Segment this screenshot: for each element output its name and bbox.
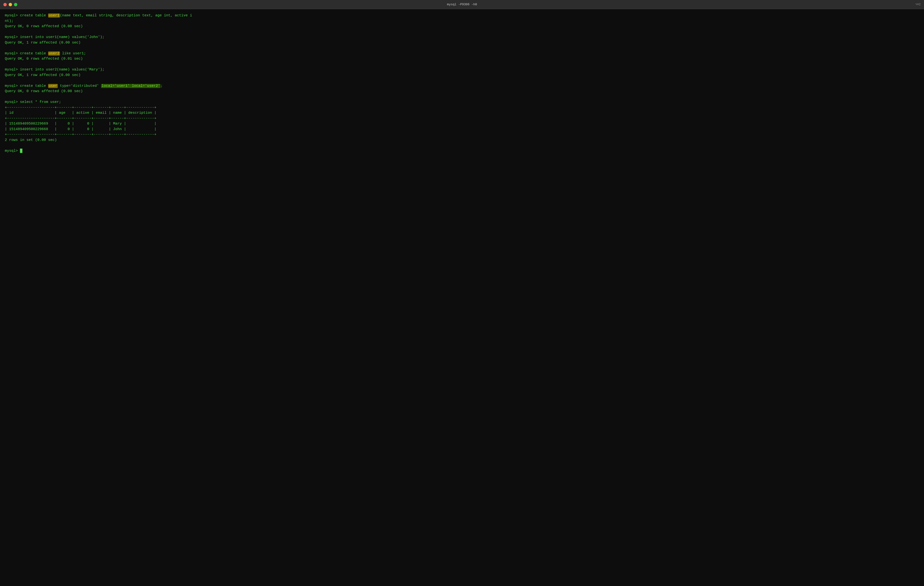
highlight-user1: user1 [48,13,60,18]
code-text: (name text, email string, description te… [60,13,192,18]
prompt: mysql> [5,84,20,88]
empty-line [5,62,919,67]
code-text: ; [160,84,163,88]
terminal-line: mysql> select * from user; [5,100,919,105]
table-header-row: | id | age | active | email | name | des… [5,110,919,116]
empty-line [5,29,919,35]
terminal-body[interactable]: mysql> create table user1(name text, ema… [0,9,924,586]
code-text: create table [20,51,48,56]
highlight-user: user [48,84,58,88]
highlight-locals: local='user1' local='user2' [101,84,160,88]
terminal-line: mysql> create table user2 like user1; [5,51,919,56]
code-text: create table [20,13,48,18]
terminal-line: mysql> create table user type='distribut… [5,84,919,89]
prompt: mysql> [5,35,20,39]
prompt: mysql> [5,13,20,18]
code-text: insert into user1(name) values('John'); [20,35,104,39]
terminal-prompt-line: mysql> [5,148,919,154]
close-button[interactable] [3,3,7,6]
code-text: select * from user; [20,100,61,104]
prompt: mysql> [5,149,20,153]
table-separator: +----------------------+-------+--------… [5,105,919,110]
title-bar: mysql -P9306 -h0 ⌥⌘2 [0,0,924,9]
code-text: type='distributed' [58,84,101,88]
prompt: mysql> [5,100,20,104]
keyboard-shortcut: ⌥⌘2 [915,3,921,6]
terminal-output: 2 rows in set (0.00 sec) [5,138,919,143]
terminal-output: Query OK, 1 row affected (0.00 sec) [5,40,919,46]
terminal-line: mysql> create table user1(name text, ema… [5,13,919,18]
empty-line [5,46,919,51]
prompt: mysql> [5,51,20,56]
terminal-line: mysql> insert into user1(name) values('J… [5,35,919,40]
prompt: mysql> [5,67,20,72]
minimize-button[interactable] [9,3,12,6]
code-text: insert into user2(name) values('Mary'); [20,67,104,72]
table-separator: +----------------------+-------+--------… [5,116,919,122]
window-title: mysql -P9306 -h0 [447,3,477,6]
terminal-output: Query OK, 0 rows affected (0.01 sec) [5,56,919,62]
terminal-line: nt); [5,18,919,24]
empty-line [5,94,919,100]
table-data-row: | 151489409500229668 | 0 | 0 | | John | … [5,127,919,132]
table-data-row: | 151489409500229669 | 0 | 0 | | Mary | … [5,121,919,127]
maximize-button[interactable] [14,3,17,6]
terminal-output: Query OK, 0 rows affected (0.00 sec) [5,24,919,29]
terminal-line: mysql> insert into user2(name) values('M… [5,67,919,72]
highlight-user2: user2 [48,51,60,56]
terminal-output: Query OK, 0 rows affected (0.00 sec) [5,89,919,94]
terminal-cursor [20,148,22,153]
terminal-output: Query OK, 1 row affected (0.00 sec) [5,72,919,78]
empty-line [5,143,919,148]
window-controls [3,3,17,6]
table-separator: +----------------------+-------+--------… [5,132,919,138]
empty-line [5,78,919,84]
code-text: like user1; [60,51,86,56]
code-text: create table [20,84,48,88]
